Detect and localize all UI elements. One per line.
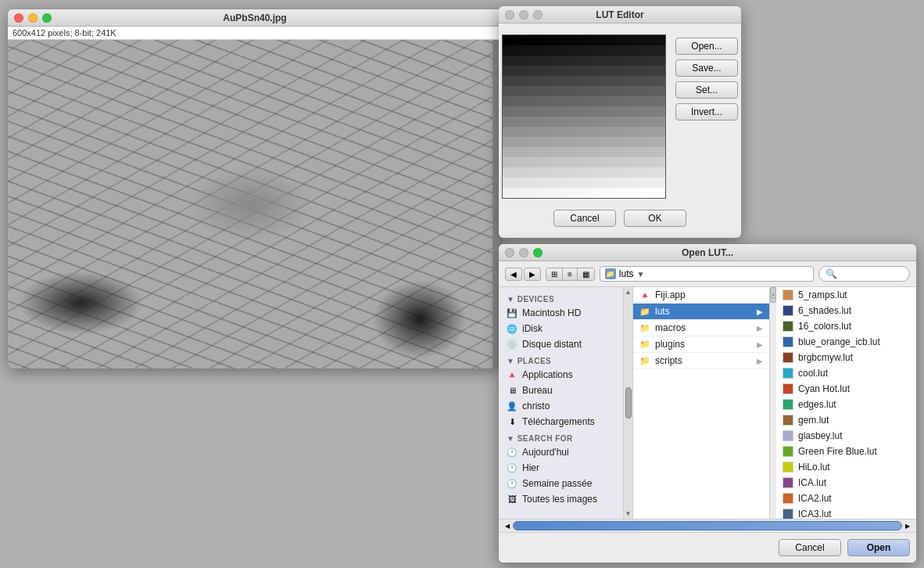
cancel-button[interactable]: Cancel [779, 539, 841, 556]
lut-file-item[interactable]: brgbcmyw.lut [776, 350, 916, 365]
lut-color-indicator [783, 352, 793, 363]
sidebar-scrollbar[interactable]: ▲ ▼ [624, 287, 633, 519]
lut-file-item[interactable]: 6_shades.lut [776, 303, 916, 318]
lut-color-indicator [783, 509, 793, 519]
lut-color-indicator [783, 399, 793, 410]
lut-file-item[interactable]: blue_orange_icb.lut [776, 334, 916, 350]
list-view-button[interactable]: ≡ [563, 268, 578, 280]
lut-file-name: Green Fire Blue.lut [798, 446, 877, 457]
lut-cancel-button[interactable]: Cancel [553, 210, 616, 227]
forward-button[interactable]: ▶ [524, 268, 541, 281]
plugins-folder-icon: 📁 [639, 340, 650, 350]
set-button[interactable]: Set... [675, 81, 738, 99]
close-button[interactable] [14, 13, 23, 23]
sidebar-item-semaine[interactable]: 🕐 Semaine passée [499, 476, 623, 491]
file-item-plugins[interactable]: 📁 plugins ▶ [633, 336, 769, 353]
images-icon: 🖼 [507, 494, 518, 505]
lut-file-item[interactable]: Green Fire Blue.lut [776, 444, 916, 459]
sidebar-item-macintosh-hd[interactable]: 💾 Macintosh HD [499, 305, 623, 321]
open-lut-traffic-lights[interactable] [505, 248, 543, 257]
macintosh-hd-label: Macintosh HD [522, 307, 581, 318]
lut-traffic-lights[interactable] [505, 10, 543, 20]
clock-icon-1: 🕐 [507, 447, 518, 458]
lut-file-item[interactable]: Cyan Hot.lut [776, 381, 916, 397]
lut-file-name: HiLo.lut [798, 462, 830, 473]
sidebar-item-aujourdhui[interactable]: 🕐 Aujourd'hui [499, 444, 623, 460]
lut-file-item[interactable]: edges.lut [776, 397, 916, 412]
lut-file-item[interactable]: ICA3.lut [776, 506, 916, 519]
clock-icon-2: 🕐 [507, 462, 518, 473]
search-input[interactable] [840, 269, 903, 279]
idisk-label: iDisk [522, 323, 543, 334]
file-item-fiji-app[interactable]: 🔺 Fiji.app [633, 287, 769, 304]
ol-close-button[interactable] [505, 248, 514, 257]
luts-arrow: ▶ [757, 307, 763, 316]
sidebar-item-disque-distant[interactable]: 💿 Disque distant [499, 336, 623, 352]
save-button[interactable]: Save... [675, 59, 738, 77]
lut-maximize-button[interactable] [533, 10, 543, 20]
lut-buttons: Open... Save... Set... Invert... [675, 38, 738, 120]
sidebar-scroll-up[interactable]: ▲ [625, 289, 632, 296]
invert-button[interactable]: Invert... [675, 103, 738, 120]
sidebar-item-telechargements[interactable]: ⬇ Téléchargements [499, 414, 623, 430]
lut-file-item[interactable]: ICA2.lut [776, 491, 916, 506]
idisk-icon: 🌐 [507, 323, 518, 334]
minimize-button[interactable] [28, 13, 38, 23]
sidebar-item-bureau[interactable]: 🖥 Bureau [499, 383, 623, 398]
lut-close-button[interactable] [505, 10, 514, 20]
lut-editor-title: LUT Editor [596, 9, 643, 20]
horizontal-scrollbar[interactable] [513, 521, 902, 530]
lut-minimize-button[interactable] [519, 10, 528, 20]
lut-file-item[interactable]: ICA.lut [776, 475, 916, 491]
images-label: Toutes les images [522, 494, 597, 505]
sidebar-item-hier[interactable]: 🕐 Hier [499, 460, 623, 476]
ol-maximize-button[interactable] [533, 248, 543, 257]
open-button[interactable]: Open... [675, 38, 738, 55]
open-lut-content: ◀ ▶ ⊞ ≡ ▦ 📁 luts ▼ 🔍 ▼ DEVICES [499, 261, 916, 563]
lut-color-indicator [783, 383, 793, 394]
lut-file-name: 5_ramps.lut [798, 289, 847, 300]
location-dropdown-arrow[interactable]: ▼ [637, 270, 645, 279]
image-traffic-lights[interactable] [14, 13, 52, 23]
download-icon: ⬇ [507, 416, 518, 427]
luts-folder-icon: 📁 [639, 307, 650, 317]
lut-file-item[interactable]: HiLo.lut [776, 459, 916, 475]
lut-list-panel: 5_ramps.lut6_shades.lut16_colors.lutblue… [776, 287, 916, 519]
open-button-dialog[interactable]: Open [847, 539, 910, 556]
column-divider[interactable]: ⋮ [770, 287, 776, 303]
location-bar[interactable]: 📁 luts ▼ [600, 266, 814, 282]
icon-view-button[interactable]: ⊞ [546, 268, 563, 280]
lut-file-item[interactable]: glasbey.lut [776, 428, 916, 444]
scroll-right-button[interactable]: ▶ [905, 523, 910, 530]
lut-editor-title-bar: LUT Editor [499, 6, 741, 23]
lut-file-item[interactable]: gem.lut [776, 412, 916, 428]
file-item-scripts[interactable]: 📁 scripts ▶ [633, 353, 769, 369]
sidebar-item-images[interactable]: 🖼 Toutes les images [499, 491, 623, 507]
maximize-button[interactable] [42, 13, 52, 23]
lut-ok-button[interactable]: OK [624, 210, 686, 227]
sidebar-item-christo[interactable]: 👤 christo [499, 398, 623, 414]
lut-file-item[interactable]: cool.lut [776, 365, 916, 381]
places-header: ▼ PLACES [499, 352, 623, 367]
file-browser: ▼ DEVICES 💾 Macintosh HD 🌐 iDisk 💿 Disqu… [499, 287, 916, 519]
scroll-left-button[interactable]: ◀ [505, 523, 510, 530]
view-buttons: ⊞ ≡ ▦ [546, 268, 595, 281]
column-view-button[interactable]: ▦ [578, 268, 594, 280]
file-item-luts[interactable]: 📁 luts ▶ [633, 304, 769, 320]
sidebar-scroll-thumb[interactable] [625, 387, 632, 419]
lut-grid-area: Open... Save... Set... Invert... [502, 34, 738, 199]
ol-minimize-button[interactable] [519, 248, 528, 257]
lut-grid[interactable] [502, 34, 666, 199]
lut-file-item[interactable]: 16_colors.lut [776, 318, 916, 334]
image-title-bar: AuPbSn40.jpg [8, 9, 502, 27]
sidebar-scroll-down[interactable]: ▼ [625, 510, 632, 517]
sidebar-item-idisk[interactable]: 🌐 iDisk [499, 321, 623, 336]
open-lut-title: Open LUT... [682, 247, 733, 258]
scripts-arrow: ▶ [757, 357, 763, 365]
sidebar-item-applications[interactable]: 🔺 Applications [499, 367, 623, 383]
back-button[interactable]: ◀ [505, 268, 522, 281]
lut-color-indicator [783, 289, 793, 300]
file-item-macros[interactable]: 📁 macros ▶ [633, 320, 769, 336]
lut-file-item[interactable]: 5_ramps.lut [776, 287, 916, 303]
search-box[interactable]: 🔍 [818, 266, 910, 282]
